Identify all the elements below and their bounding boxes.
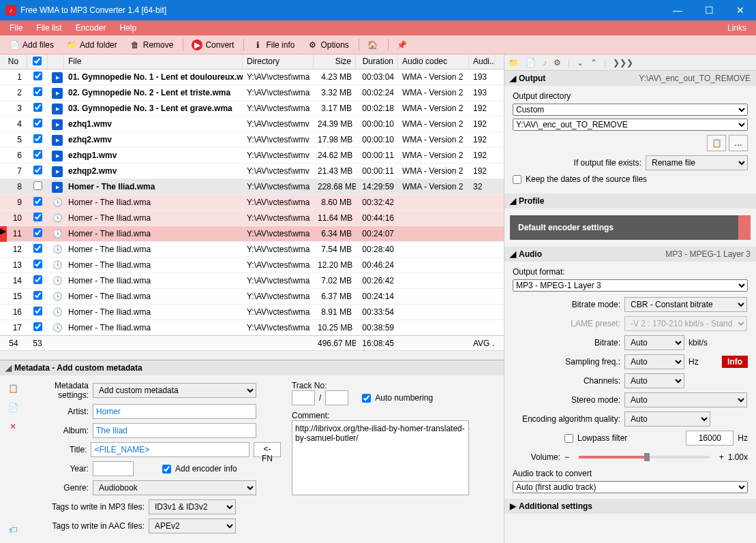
- tag-icon[interactable]: 🏷: [5, 523, 20, 538]
- document-icon[interactable]: 📄: [526, 58, 536, 67]
- clear-button[interactable]: ✕: [5, 419, 20, 434]
- col-duration[interactable]: Duration: [356, 55, 398, 69]
- table-row[interactable]: 14🕓Homer - The Iliad.wmaY:\AV\vctest\wma…: [0, 273, 504, 289]
- row-checkbox[interactable]: [33, 275, 42, 284]
- comment-textarea[interactable]: http://librivox.org/the-iliad-by-homer-t…: [292, 420, 469, 495]
- mp3-tags-select[interactable]: ID3v1 & ID3v2: [149, 499, 236, 514]
- music-icon[interactable]: ♪: [543, 58, 547, 67]
- sampling-freq-select[interactable]: Auto: [624, 354, 684, 369]
- maximize-button[interactable]: ☐: [693, 0, 725, 20]
- col-directory[interactable]: Directory: [243, 55, 314, 69]
- more-icon[interactable]: ❯❯❯: [613, 58, 633, 67]
- horizontal-scrollbar[interactable]: [0, 350, 504, 360]
- if-exists-select[interactable]: Rename file: [646, 155, 748, 170]
- metadata-panel-header[interactable]: ◢Metadata - Add custom metadata: [0, 360, 504, 375]
- chevron-down-icon[interactable]: ⌄: [577, 58, 584, 67]
- row-checkbox[interactable]: [33, 213, 42, 221]
- row-checkbox[interactable]: [33, 87, 42, 96]
- track-no-input[interactable]: [292, 390, 315, 405]
- col-codec[interactable]: Audio codec: [398, 55, 469, 69]
- row-checkbox[interactable]: [33, 72, 42, 80]
- table-row[interactable]: 15🕓Homer - The Iliad.wmaY:\AV\vctest\wma…: [0, 289, 504, 305]
- profile-selector[interactable]: Default encoder settings: [510, 215, 751, 240]
- table-row[interactable]: 6▶ezhqp1.wmvY:\AV\vctest\wmv24.62 MB00:0…: [0, 148, 504, 164]
- keep-dates-checkbox[interactable]: [513, 175, 521, 184]
- table-row[interactable]: 16🕓Homer - The Iliad.wmaY:\AV\vctest\wma…: [0, 305, 504, 320]
- table-row[interactable]: 13🕓Homer - The Iliad.wmaY:\AV\vctest\wma…: [0, 258, 504, 273]
- audio-track-select[interactable]: Auto (first audio track): [513, 481, 748, 493]
- bitrate-mode-select[interactable]: CBR - Constant bitrate: [624, 297, 747, 312]
- additional-settings-header[interactable]: ▶Additional settings: [504, 499, 756, 514]
- menu-links[interactable]: Links: [721, 21, 753, 35]
- profile-dropdown-icon[interactable]: [738, 215, 751, 240]
- year-input[interactable]: [93, 461, 134, 476]
- table-row[interactable]: 4▶ezhq1.wmvY:\AV\vctest\wmv24.39 MB00:00…: [0, 117, 504, 132]
- chevron-up-icon[interactable]: ⌃: [590, 58, 597, 67]
- info-badge[interactable]: Info: [722, 356, 748, 368]
- convert-button[interactable]: ▶Convert: [186, 37, 239, 52]
- col-no[interactable]: No: [0, 55, 27, 69]
- volume-minus-button[interactable]: −: [564, 452, 569, 462]
- more-output-button[interactable]: …: [729, 135, 748, 151]
- title-input[interactable]: [91, 442, 249, 457]
- col-size[interactable]: Size: [314, 55, 356, 69]
- profile-header[interactable]: ◢Profile: [504, 193, 756, 208]
- menu-file[interactable]: File: [3, 21, 29, 35]
- audio-header[interactable]: ◢AudioMP3 - MPEG-1 Layer 3: [504, 247, 756, 262]
- album-input[interactable]: [93, 423, 256, 438]
- output-format-select[interactable]: MP3 - MPEG-1 Layer 3: [513, 279, 748, 292]
- track-total-input[interactable]: [325, 390, 348, 405]
- volume-slider[interactable]: [579, 456, 710, 459]
- menu-help[interactable]: Help: [112, 21, 143, 35]
- remove-button[interactable]: 🗑Remove: [124, 37, 179, 52]
- artist-input[interactable]: [93, 404, 256, 419]
- lowpass-checkbox[interactable]: [564, 434, 573, 443]
- table-row[interactable]: 7▶ezhqp2.wmvY:\AV\vctest\wmv21.43 MB00:0…: [0, 164, 504, 179]
- table-row[interactable]: 8▶Homer - The Iliad.wmaY:\AV\vctest\wma2…: [0, 179, 504, 195]
- row-checkbox[interactable]: [33, 197, 42, 206]
- check-all[interactable]: [33, 57, 42, 65]
- col-file[interactable]: File: [64, 55, 243, 69]
- close-button[interactable]: ✕: [725, 0, 756, 20]
- output-header[interactable]: ◢OutputY:\AV\_enc_out_TO_REMOVE: [504, 71, 756, 86]
- row-checkbox[interactable]: [33, 119, 42, 127]
- menu-encoder[interactable]: Encoder: [69, 21, 113, 35]
- paste-button[interactable]: 📄: [5, 400, 20, 415]
- table-row[interactable]: 1▶01. Gymnopedie No. 1 - Lent et doulour…: [0, 69, 504, 85]
- table-row[interactable]: 12🕓Homer - The Iliad.wmaY:\AV\vctest\wma…: [0, 242, 504, 258]
- gear-icon[interactable]: ⚙: [554, 58, 561, 67]
- file-info-button[interactable]: ℹFile info: [247, 37, 300, 52]
- row-checkbox[interactable]: [33, 181, 42, 190]
- row-checkbox[interactable]: [33, 244, 42, 253]
- table-row[interactable]: 10🕓Homer - The Iliad.wmaY:\AV\vctest\wma…: [0, 211, 504, 226]
- options-button[interactable]: ⚙Options: [301, 37, 354, 52]
- encoding-quality-select[interactable]: Auto: [624, 412, 710, 426]
- row-checkbox[interactable]: [33, 166, 42, 174]
- output-directory-path-select[interactable]: Y:\AV\_enc_out_TO_REMOVE: [513, 119, 748, 131]
- browse-output-button[interactable]: 📋: [707, 135, 726, 151]
- table-row[interactable]: 5▶ezhq2.wmvY:\AV\vctest\wmv17.98 MB00:00…: [0, 132, 504, 148]
- output-directory-mode-select[interactable]: Custom: [513, 104, 748, 116]
- pin-button[interactable]: 📌: [391, 37, 413, 52]
- folder-icon[interactable]: 📁: [509, 58, 519, 67]
- row-checkbox[interactable]: [33, 150, 42, 159]
- row-checkbox[interactable]: [33, 260, 42, 268]
- row-checkbox[interactable]: [33, 134, 42, 143]
- row-checkbox[interactable]: [33, 228, 42, 237]
- add-files-button[interactable]: 📄Add files: [3, 37, 59, 52]
- col-check[interactable]: [27, 55, 48, 69]
- fn-button[interactable]: <-FN: [254, 442, 281, 457]
- auto-numbering-checkbox[interactable]: [362, 394, 371, 403]
- row-checkbox[interactable]: [33, 291, 42, 300]
- add-folder-button[interactable]: 📁Add folder: [61, 37, 123, 52]
- lowpass-value-input[interactable]: [686, 431, 734, 446]
- add-encoder-info-checkbox[interactable]: [162, 465, 171, 474]
- metadata-settings-select[interactable]: Add custom metadata: [93, 383, 256, 398]
- table-row[interactable]: 9🕓Homer - The Iliad.wmaY:\AV\vctest\wma8…: [0, 195, 504, 211]
- menu-file-list[interactable]: File list: [29, 21, 68, 35]
- row-checkbox[interactable]: [33, 103, 42, 112]
- table-row[interactable]: 17🕓Homer - The Iliad.wmaY:\AV\vctest\wma…: [0, 320, 504, 335]
- bitrate-select[interactable]: Auto: [624, 335, 684, 350]
- stereo-mode-select[interactable]: Auto: [624, 392, 747, 407]
- channels-select[interactable]: Auto: [624, 373, 684, 388]
